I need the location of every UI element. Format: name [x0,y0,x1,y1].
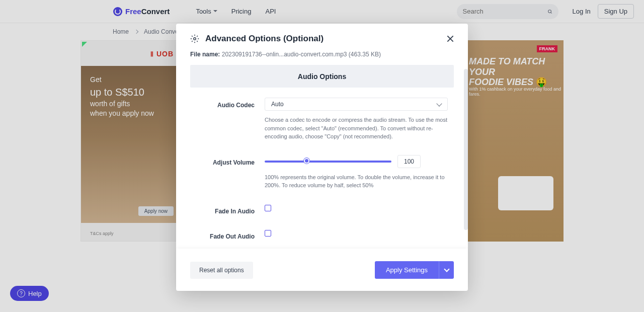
codec-label: Audio Codec [190,98,255,141]
fadein-checkbox[interactable] [265,205,271,211]
slider-thumb[interactable] [304,158,309,164]
reset-button[interactable]: Reset all options [190,262,253,279]
gear-icon [190,34,199,43]
fadein-label: Fade In Audio [190,204,255,215]
section-header: Audio Options [190,65,454,88]
volume-input[interactable] [397,155,421,168]
svg-point-2 [194,38,196,40]
volume-help: 100% represents the original volume. To … [265,173,448,190]
volume-slider[interactable] [265,157,391,167]
chevron-down-icon [436,101,442,106]
volume-label: Adjust Volume [190,155,255,190]
fadeout-label: Fade Out Audio [190,229,255,240]
file-name-label: File name: [190,51,220,58]
file-name-row: File name: 202309191736--onlin...audio-c… [176,51,468,65]
file-name-value: 202309191736--onlin...audio-convert.com.… [222,51,381,58]
apply-dropdown[interactable] [439,261,454,279]
chevron-down-icon [444,266,449,272]
advanced-options-modal: Advanced Options (Optional) File name: 2… [176,24,468,291]
apply-button[interactable]: Apply Settings [375,261,439,279]
modal-title: Advanced Options (Optional) [205,34,324,44]
codec-help: Choose a codec to encode or compress the… [265,116,448,141]
fadeout-checkbox[interactable] [265,230,271,237]
scrollbar[interactable] [464,69,468,249]
close-button[interactable] [447,35,454,42]
codec-value: Auto [271,101,284,108]
codec-select[interactable]: Auto [265,98,448,111]
